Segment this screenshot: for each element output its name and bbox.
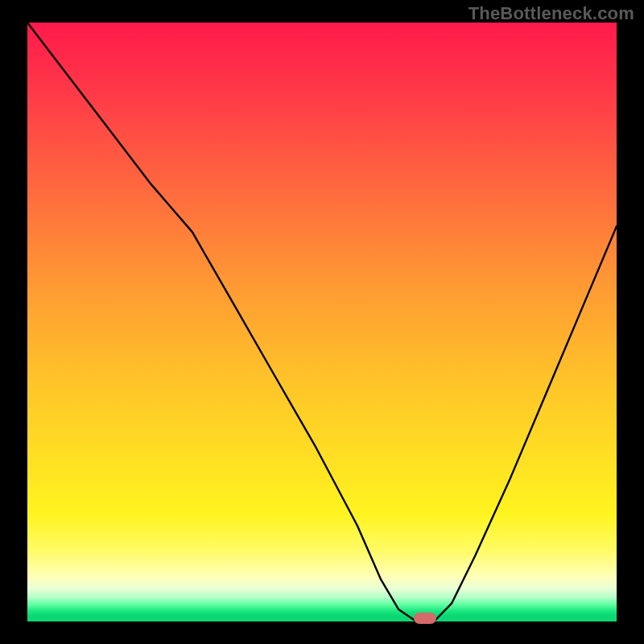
- curve-path: [27, 23, 617, 621]
- optimal-marker: [414, 613, 436, 624]
- plot-area: [27, 23, 617, 621]
- watermark-text: TheBottleneck.com: [469, 3, 634, 24]
- bottleneck-curve: [27, 23, 617, 621]
- chart-frame: TheBottleneck.com: [0, 0, 644, 644]
